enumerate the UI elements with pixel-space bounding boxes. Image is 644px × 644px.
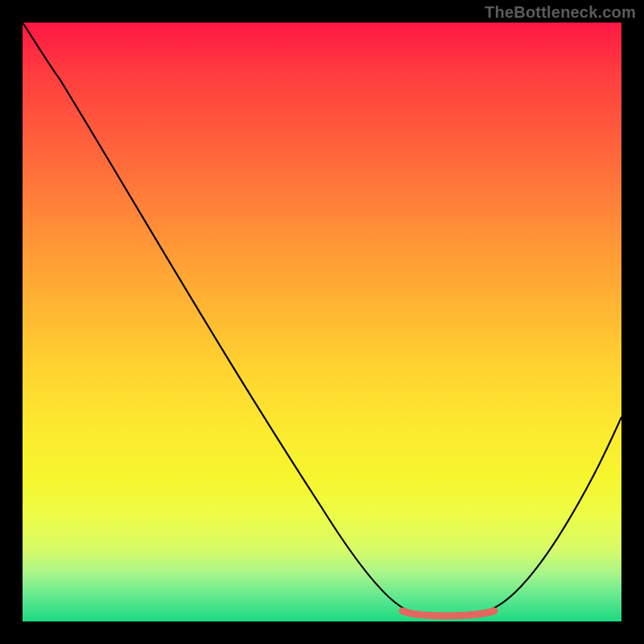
optimal-band-highlight xyxy=(402,611,494,616)
bottleneck-curve-svg xyxy=(23,23,621,621)
bottleneck-curve-path xyxy=(23,23,621,615)
watermark-text: TheBottleneck.com xyxy=(485,3,636,22)
plot-gradient-background xyxy=(23,23,621,621)
chart-frame: TheBottleneck.com xyxy=(0,0,644,644)
